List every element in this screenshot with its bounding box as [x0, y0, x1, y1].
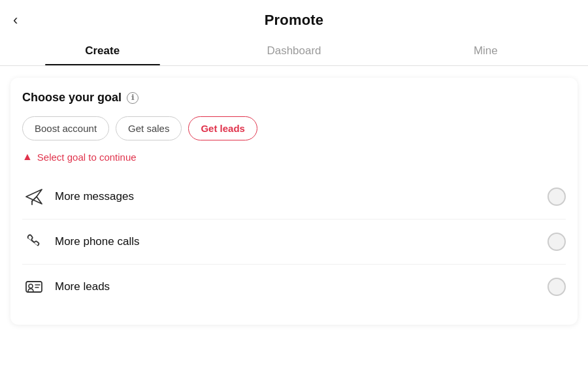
message-icon: [22, 185, 46, 208]
info-icon[interactable]: ℹ: [127, 92, 139, 104]
goal-card: Choose your goal ℹ Boost account Get sal…: [10, 78, 578, 325]
warning-text: Select goal to continue: [37, 152, 137, 163]
tab-create[interactable]: Create: [7, 35, 198, 65]
goal-buttons: Boost account Get sales Get leads: [22, 116, 566, 140]
back-button[interactable]: ‹: [13, 13, 18, 27]
option-messages-radio[interactable]: [547, 188, 566, 206]
warning-icon: ▲: [22, 151, 33, 163]
goal-header: Choose your goal ℹ: [22, 91, 566, 105]
tab-dashboard[interactable]: Dashboard: [198, 35, 389, 65]
leads-icon: [22, 275, 46, 299]
tab-mine[interactable]: Mine: [390, 35, 581, 65]
warning-message: ▲ Select goal to continue: [22, 151, 566, 163]
option-calls-label: More phone calls: [55, 235, 547, 248]
option-calls[interactable]: More phone calls: [22, 220, 566, 265]
goal-btn-sales[interactable]: Get sales: [116, 116, 182, 140]
svg-marker-0: [26, 189, 42, 204]
tabs: Create Dashboard Mine: [0, 35, 588, 66]
page-title: Promote: [265, 12, 324, 29]
option-leads[interactable]: More leads: [22, 265, 566, 309]
option-messages[interactable]: More messages: [22, 174, 566, 220]
content-area: Choose your goal ℹ Boost account Get sal…: [0, 66, 588, 392]
option-leads-label: More leads: [55, 280, 547, 293]
header: ‹ Promote: [0, 0, 588, 35]
goal-btn-boost[interactable]: Boost account: [22, 116, 109, 140]
phone-container: ‹ Promote Create Dashboard Mine Choose y…: [0, 0, 588, 392]
svg-point-4: [29, 284, 33, 288]
goal-title: Choose your goal: [22, 91, 122, 105]
option-calls-radio[interactable]: [547, 233, 566, 251]
phone-icon: [22, 230, 46, 253]
options-list: More messages More phone calls: [22, 174, 566, 309]
option-leads-radio[interactable]: [547, 278, 566, 296]
goal-btn-leads[interactable]: Get leads: [188, 116, 257, 140]
option-messages-label: More messages: [55, 190, 547, 203]
